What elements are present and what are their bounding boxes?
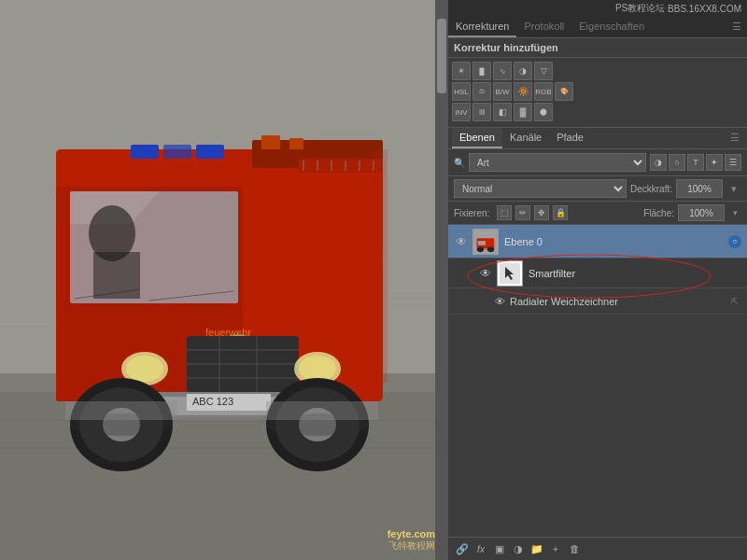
fixieren-label: Fixieren: [454, 208, 489, 218]
layers-menu-icon[interactable]: ☰ [726, 128, 743, 148]
radialer-options-icon[interactable]: ⇱ [728, 295, 741, 308]
fixieren-row: Fixieren: ⬚ ✏ ✥ 🔒 Fläche: 100% ▾ [448, 202, 747, 225]
vibrance-icon[interactable]: ▽ [534, 62, 553, 80]
radialer-visibility[interactable]: 👁 [493, 294, 506, 309]
smartfilter-visibility[interactable]: 👁 [478, 266, 493, 281]
filter-btn-1[interactable]: ◑ [650, 154, 667, 171]
panel-menu-icon[interactable]: ☰ [726, 17, 747, 37]
layer-thumb-ebene0 [472, 229, 499, 255]
svg-point-67 [477, 246, 484, 252]
tab-eigenschaften[interactable]: Eigenschaften [571, 17, 652, 37]
selectivecolor-icon[interactable]: ⬤ [534, 103, 553, 121]
flaeche-label: Fläche: [643, 208, 674, 218]
opacity-value[interactable]: 100% [676, 179, 723, 198]
fix-transparent-icon[interactable]: ⬚ [497, 205, 512, 220]
posterize-icon[interactable]: ▤ [472, 103, 491, 121]
layers-container: 👁 Ebene 0 ○ 👁 [448, 225, 747, 560]
opacity-label: Deckkraft: [630, 184, 672, 194]
tab-kanaele[interactable]: Kanäle [502, 128, 549, 148]
svg-point-68 [487, 246, 494, 252]
layers-bottom-toolbar: 🔗 fx ▣ ◑ 📁 + 🗑 [448, 537, 747, 560]
fx-icon[interactable]: fx [472, 540, 489, 557]
svg-text:feuerwehr: feuerwehr [205, 327, 251, 338]
colorbalance-icon[interactable]: ⚖ [472, 82, 491, 101]
layer-tabs: Ebenen Kanäle Pfade ☰ [448, 128, 747, 149]
smartfilter-thumb [497, 260, 523, 287]
filter-row: 🔍 Art ◑ ○ T ✦ ☰ [448, 149, 747, 176]
delete-layer-icon[interactable]: 🗑 [566, 540, 583, 557]
blend-row: Normal Deckkraft: 100% ▾ [448, 176, 747, 202]
canvas-area: ABC 123 [0, 0, 448, 560]
site-name: PS教程论坛 [615, 2, 665, 15]
tools-row-1: ☀ ▐▌ ∿ ◑ ▽ [452, 62, 743, 80]
smartfilter-name: Smartfilter [529, 268, 741, 279]
bw-icon[interactable]: B/W [493, 82, 512, 101]
layer-item-ebene0[interactable]: 👁 Ebene 0 ○ [448, 225, 747, 259]
tools-row-2: HSL ⚖ B/W 🔆 RGB 🎨 [452, 82, 743, 101]
exposure-icon[interactable]: ◑ [514, 62, 532, 80]
filter-icons: ◑ ○ T ✦ ☰ [650, 154, 741, 171]
search-icon: 🔍 [454, 158, 465, 168]
channelmixer-icon[interactable]: RGB [534, 82, 553, 101]
radialer-name: Radialer Weichzeichner [510, 296, 618, 307]
tab-pfade[interactable]: Pfade [549, 128, 591, 148]
tools-row-3: INV ▤ ◧ ▓ ⬤ [452, 103, 743, 121]
layers-list: 👁 Ebene 0 ○ 👁 [448, 225, 747, 537]
right-panel: PS教程论坛 BBS.16XX8.COM Korrekturen Protoko… [448, 0, 747, 560]
layer-visibility-ebene0[interactable]: 👁 [454, 234, 469, 249]
korrekturen-title: Korrektur hinzufügen [454, 42, 741, 53]
colorlookup-icon[interactable]: 🎨 [555, 82, 573, 101]
tab-ebenen[interactable]: Ebenen [452, 128, 502, 148]
smartfilter-row[interactable]: 👁 Smartfilter [448, 259, 747, 288]
filter-btn-5[interactable]: ☰ [725, 154, 741, 171]
blend-mode-select[interactable]: Normal [454, 179, 627, 198]
threshold-icon[interactable]: ◧ [493, 103, 512, 121]
fix-paint-icon[interactable]: ✏ [515, 205, 530, 220]
layer-badge-ebene0: ○ [728, 235, 741, 248]
top-bar: PS教程论坛 BBS.16XX8.COM [448, 0, 747, 17]
corrections-tools: ☀ ▐▌ ∿ ◑ ▽ HSL ⚖ B/W 🔆 RGB 🎨 INV ▤ ◧ ▓ ⬤ [448, 58, 747, 128]
fire-truck-image: ABC 123 [0, 0, 448, 560]
invert-icon[interactable]: INV [452, 103, 471, 121]
tab-korrekturen[interactable]: Korrekturen [448, 17, 516, 37]
filter-btn-4[interactable]: ✦ [706, 154, 723, 171]
smartfilter-container: 👁 Smartfilter [448, 259, 747, 288]
link-icon[interactable]: 🔗 [454, 540, 471, 557]
hsl-icon[interactable]: HSL [452, 82, 471, 101]
flaeche-value[interactable]: 100% [678, 204, 725, 221]
filter-btn-3[interactable]: T [687, 154, 704, 171]
filter-btn-2[interactable]: ○ [669, 154, 685, 171]
adjustment-layer-icon[interactable]: ◑ [510, 540, 527, 557]
curves-icon[interactable]: ∿ [493, 62, 512, 80]
canvas-scrollbar[interactable] [435, 0, 448, 560]
flaeche-area: Fläche: 100% ▾ [643, 204, 741, 221]
radialer-row[interactable]: 👁 Radialer Weichzeichner ⇱ [448, 288, 747, 315]
mask-icon[interactable]: ▣ [491, 540, 508, 557]
flaeche-arrow[interactable]: ▾ [728, 206, 741, 219]
fix-all-icon[interactable]: 🔒 [553, 205, 568, 220]
canvas-scrollbar-thumb[interactable] [437, 19, 446, 93]
svg-rect-66 [478, 241, 486, 245]
new-layer-icon[interactable]: + [547, 540, 564, 557]
opacity-arrow[interactable]: ▾ [726, 181, 741, 196]
photofilter-icon[interactable]: 🔆 [514, 82, 532, 101]
gradient-icon[interactable]: ▓ [514, 103, 532, 121]
filter-select[interactable]: Art [469, 153, 646, 172]
site-domain: BBS.16XX8.COM [668, 4, 741, 14]
layer-name-ebene0: Ebene 0 [504, 236, 728, 247]
brightness-icon[interactable]: ☀ [452, 62, 471, 80]
tab-protokoll[interactable]: Protokoll [516, 17, 571, 37]
levels-icon[interactable]: ▐▌ [472, 62, 491, 80]
svg-rect-61 [0, 0, 448, 560]
fix-move-icon[interactable]: ✥ [534, 205, 549, 220]
group-icon[interactable]: 📁 [529, 540, 545, 557]
